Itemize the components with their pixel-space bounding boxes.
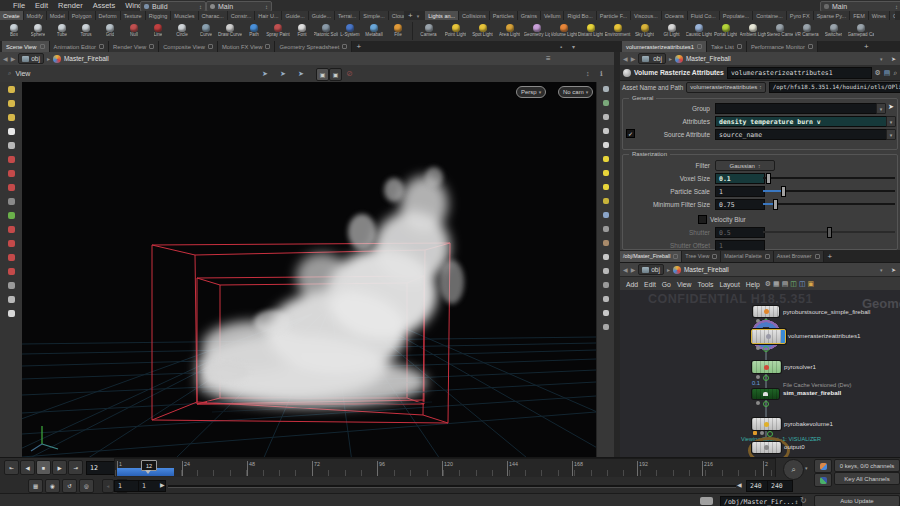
pane-tab[interactable]: Motion FX View — [218, 41, 276, 52]
pane-tab[interactable]: Geometry Spreadsheet — [275, 41, 352, 52]
menu-item[interactable]: Assets — [88, 1, 121, 10]
snapshot-icon[interactable] — [599, 320, 613, 334]
shadows-icon[interactable] — [599, 180, 613, 194]
right-pane-add-tab[interactable]: + — [860, 42, 873, 51]
network-menu-item[interactable]: Layout — [716, 281, 742, 288]
shelf-tab[interactable]: Pyro FX — [787, 11, 814, 20]
normal-lighting-icon[interactable] — [599, 152, 613, 166]
switcher-tool[interactable]: Switcher — [820, 20, 847, 41]
shelf-tab[interactable]: Particles — [490, 11, 518, 20]
platonic-solids-tool[interactable]: Platonic Solids — [314, 20, 338, 41]
shelf-add-tab[interactable]: + — [404, 11, 417, 20]
realtime-toggle-icon[interactable]: ▦ — [28, 479, 43, 493]
snap-circle-icon[interactable] — [3, 264, 19, 278]
shelf-tab[interactable]: Modify — [24, 11, 47, 20]
wireframe-icon[interactable] — [599, 222, 613, 236]
loop-mode-icon[interactable]: ↺ — [62, 479, 77, 493]
text-overlay-icon[interactable] — [599, 306, 613, 320]
shelf-tab[interactable]: Oceans — [662, 11, 688, 20]
geometry-lights-tool[interactable]: Geometry Lights — [523, 20, 550, 41]
snap-options-icon[interactable]: ↕ — [586, 70, 590, 77]
output-badge-icon[interactable] — [763, 375, 769, 381]
high-quality-lighting-icon[interactable] — [599, 166, 613, 180]
shelf-tab[interactable]: Rigging — [146, 11, 172, 20]
distant-light-tool[interactable]: Distant Light — [577, 20, 604, 41]
network-tools-icon[interactable]: ⚙ — [765, 280, 771, 288]
snap-grid-icon[interactable] — [3, 222, 19, 236]
shelf-tab[interactable]: Constr... — [228, 11, 255, 20]
stop-button[interactable]: ■ — [36, 460, 51, 475]
bookmark-icon[interactable]: ▤ — [884, 69, 891, 77]
play-reverse-button[interactable]: ◀ — [20, 460, 35, 475]
snap-edge-icon[interactable] — [3, 250, 19, 264]
view-gear-icon[interactable] — [3, 278, 19, 292]
metaball-tool[interactable]: Metaball — [362, 20, 386, 41]
pane-tab[interactable]: Take List — [707, 41, 747, 52]
gamepad-camera-tool[interactable]: Gamepad Camera — [847, 20, 874, 41]
shelf-tab[interactable]: Viscous... — [631, 11, 662, 20]
select-components-icon[interactable]: ➤ — [280, 70, 286, 78]
audio-toggle-icon[interactable]: ◉ — [45, 479, 60, 493]
voxel-size-slider[interactable] — [763, 173, 895, 182]
minimum-filter-size-field[interactable]: 0.75 — [715, 199, 765, 210]
area-select-icon[interactable]: ▣ — [329, 68, 342, 81]
range-handle-left-icon[interactable]: ▶ — [160, 481, 165, 488]
output-badge-icon[interactable] — [763, 346, 769, 352]
pane-tab[interactable]: Render View — [109, 41, 159, 52]
show-prims-icon[interactable] — [3, 110, 19, 124]
network-menu-item[interactable]: Help — [743, 281, 763, 288]
node-sim-master-fireball[interactable] — [752, 389, 779, 399]
pane-hamburger-icon[interactable]: ≡ — [546, 54, 551, 63]
filter-dropdown[interactable]: Gaussian ↕ — [715, 160, 775, 171]
breadcrumb-obj-chip[interactable]: obj — [638, 264, 664, 275]
auto-update-dropdown[interactable]: Auto Update — [814, 495, 900, 506]
view-help-icon[interactable]: ℹ — [600, 70, 603, 78]
file-tool[interactable]: File — [386, 20, 410, 41]
shelf-tab[interactable]: Polygon — [69, 11, 96, 20]
shelf-tab[interactable]: Cloud FX — [389, 11, 404, 20]
key-all-channels-button[interactable]: Key All Channels — [834, 472, 900, 485]
curve-tool[interactable]: Curve — [194, 20, 218, 41]
search-icon[interactable]: ⌕ — [893, 69, 897, 77]
timeline-ruler[interactable]: 1244872961201441681922162 12 — [114, 458, 776, 478]
point-light-tool[interactable]: Point Light — [442, 20, 469, 41]
shelf-tab[interactable]: Rigid Bo... — [564, 11, 596, 20]
shelf-tab[interactable]: Charac... — [199, 11, 228, 20]
scoped-channels-button[interactable]: ⌕ — [783, 459, 804, 480]
pane-tab[interactable]: Scene View — [2, 41, 50, 52]
portal-light-tool[interactable]: Portal Light — [712, 20, 739, 41]
gear-icon[interactable]: ⚙ — [875, 69, 881, 77]
source-attribute-field[interactable]: source_name — [715, 129, 893, 140]
shelf-tab[interactable]: Collisions — [459, 11, 490, 20]
select-dynamics-icon[interactable]: ➤ — [298, 70, 304, 78]
breadcrumb-obj-chip[interactable]: obj — [18, 53, 44, 64]
shelf-tab[interactable]: FEM — [850, 11, 869, 20]
node-volumerasterizeattributes[interactable] — [751, 329, 786, 344]
shelf-tab[interactable]: Vellum — [541, 11, 565, 20]
camera-selector[interactable]: No cam ▾ — [558, 86, 593, 98]
network-canvas[interactable]: CONFIDENTIAL H18.5.351 Geometr pyroburst… — [620, 290, 900, 457]
pane-tab[interactable]: Material Palette — [721, 251, 773, 262]
asset-path-field[interactable]: /opt/hfs18.5.351.14/houdini/otls/OPlibSo… — [769, 82, 900, 93]
axis-align-icon[interactable] — [3, 208, 19, 222]
animation-editor-shortcut-icon[interactable] — [814, 459, 832, 473]
network-snapshot-icon[interactable]: ▣ — [808, 280, 815, 288]
network-menu-item[interactable]: Edit — [641, 281, 659, 288]
group-field[interactable] — [715, 103, 883, 114]
shelf-tab[interactable]: Guide... — [282, 11, 308, 20]
secure-selection-icon[interactable] — [3, 138, 19, 152]
select-arrow-icon[interactable] — [3, 124, 19, 138]
circle-tool[interactable]: Circle — [170, 20, 194, 41]
torus-tool[interactable]: Torus — [74, 20, 98, 41]
gi-light-tool[interactable]: GI Light — [658, 20, 685, 41]
shelf-tab[interactable]: Populate... — [720, 11, 753, 20]
pose-icon[interactable] — [3, 194, 19, 208]
lock-badge-icon[interactable] — [760, 431, 764, 435]
l-system-tool[interactable]: L-System — [338, 20, 362, 41]
rotate-icon[interactable] — [3, 166, 19, 180]
status-path-field[interactable]: /obj/Master_Fir... ↕ — [720, 496, 802, 506]
node-pyrosolver[interactable] — [752, 361, 781, 373]
lock-badge-icon[interactable] — [756, 401, 760, 405]
shelf-tab[interactable]: Terrai... — [335, 11, 360, 20]
scope-caret-icon[interactable]: ▾ — [805, 465, 808, 471]
